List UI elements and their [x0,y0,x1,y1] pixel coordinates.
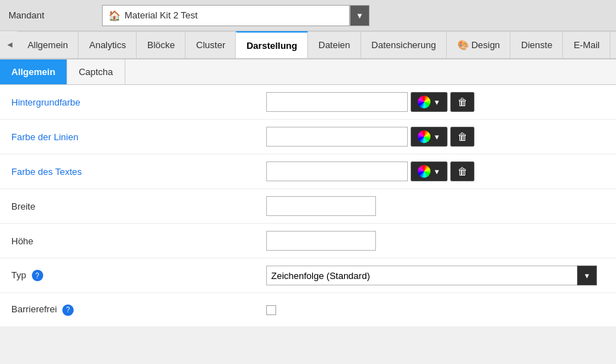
color-controls-textes: ▼ 🗑 [411,161,474,181]
label-barrierefrei: Barrierefrei ? [11,304,266,316]
row-hintergrundfarbe: Hintergrundfarbe ▼ 🗑 [0,85,616,120]
color-picker-arrow-icon-textes: ▼ [433,168,440,176]
row-barrierefrei: Barrierefrei ? [0,293,616,327]
color-wheel-icon-textes [418,165,430,178]
input-farbe-linien[interactable] [266,127,408,147]
color-controls-hintergrundfarbe: ▼ 🗑 [411,92,474,112]
label-farbe-textes: Farbe des Textes [11,166,266,177]
dropdown-arrow-icon: ▼ [356,11,364,20]
color-wheel-icon [418,96,430,108]
mandant-select-wrapper: 🏠 Material Kit 2 Test ▼ [102,5,370,26]
tab-dienste[interactable]: Dienste [511,31,563,58]
color-picker-arrow-icon: ▼ [433,98,440,106]
trash-icon-linien: 🗑 [457,131,467,142]
trash-button-textes[interactable]: 🗑 [450,161,474,181]
color-picker-button-textes[interactable]: ▼ [411,161,447,181]
tab-datensicherung[interactable]: Datensicherung [361,31,447,58]
row-typ: Typ ? Zeichenfolge (Standard) Zahl Boole… [0,258,616,293]
help-icon-barrierefrei[interactable]: ? [62,305,74,316]
trash-button-hintergrundfarbe[interactable]: 🗑 [450,92,474,112]
kit-icon: 🏠 [108,10,120,21]
tab-bloecke[interactable]: Blöcke [137,31,186,58]
main-content: Hintergrundfarbe ▼ 🗑 Farbe der Linien ▼ … [0,85,616,327]
main-nav-tabs: ◄ Allgemein Analytics Blöcke Cluster Dar… [0,31,616,59]
input-farbe-textes[interactable] [266,161,408,181]
sub-tab-captcha[interactable]: Captcha [67,59,125,84]
sub-tab-allgemein[interactable]: Allgemein [0,59,67,84]
color-picker-button-linien[interactable]: ▼ [411,127,447,147]
tab-darstellung[interactable]: Darstellung [236,31,308,58]
tab-cluster[interactable]: Cluster [186,31,236,58]
row-farbe-linien: Farbe der Linien ▼ 🗑 [0,120,616,154]
row-farbe-textes: Farbe des Textes ▼ 🗑 [0,154,616,189]
mandant-select-box[interactable]: 🏠 Material Kit 2 Test [102,5,350,26]
select-wrapper-typ: Zeichenfolge (Standard) Zahl Boolean Dat… [266,266,597,285]
top-bar: Mandant 🏠 Material Kit 2 Test ▼ [0,0,616,31]
selected-kit-label: Material Kit 2 Test [125,10,198,21]
select-typ[interactable]: Zeichenfolge (Standard) Zahl Boolean Dat… [266,266,578,285]
trash-icon: 🗑 [457,96,467,108]
tab-design[interactable]: 🎨 Design [447,31,511,58]
tab-allgemein[interactable]: Allgemein [17,31,79,58]
checkbox-barrierefrei[interactable] [266,305,276,315]
trash-icon-textes: 🗑 [457,166,467,177]
select-arrow-button-typ[interactable]: ▼ [577,266,597,285]
label-hintergrundfarbe: Hintergrundfarbe [11,97,266,108]
trash-button-linien[interactable]: 🗑 [450,127,474,147]
label-breite: Breite [11,201,266,212]
row-breite: Breite [0,189,616,224]
color-picker-arrow-icon-linien: ▼ [433,133,440,141]
tab-editor[interactable]: Editor [610,31,616,58]
color-picker-button-hintergrundfarbe[interactable]: ▼ [411,92,447,112]
mandant-dropdown-button[interactable]: ▼ [350,5,370,26]
color-controls-linien: ▼ 🗑 [411,127,474,147]
help-icon-typ[interactable]: ? [32,270,43,281]
mandant-label: Mandant [8,10,93,21]
tab-email[interactable]: E-Mail [563,31,610,58]
input-breite[interactable] [266,196,376,216]
row-hoehe: Höhe [0,224,616,258]
select-arrow-icon: ▼ [583,272,591,280]
label-typ: Typ ? [11,270,266,282]
tab-dateien[interactable]: Dateien [308,31,361,58]
sub-tabs: Allgemein Captcha [0,59,616,85]
nav-left-arrow[interactable]: ◄ [3,31,17,58]
tab-analytics[interactable]: Analytics [79,31,137,58]
color-wheel-icon-linien [418,130,430,143]
input-hoehe[interactable] [266,231,376,251]
label-farbe-linien: Farbe der Linien [11,132,266,142]
input-hintergrundfarbe[interactable] [266,92,408,112]
design-icon: 🎨 [457,40,469,50]
label-hoehe: Höhe [11,236,266,246]
